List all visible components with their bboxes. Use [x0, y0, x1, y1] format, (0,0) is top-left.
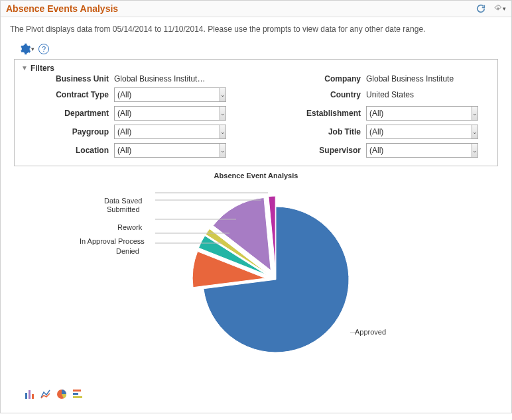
chevron-down-icon: ▾ [503, 5, 506, 12]
label-supervisor: Supervisor [287, 146, 366, 155]
chevron-down-icon: ⌄ [472, 147, 478, 154]
select-supervisor[interactable]: ⌄ [366, 143, 466, 158]
label-approved: Approved [355, 328, 386, 336]
select-job-title[interactable]: ⌄ [366, 125, 466, 139]
pie-svg [137, 184, 375, 369]
pie-chart-icon[interactable] [56, 389, 67, 399]
panel-header: Absence Events Analysis ▾ [1, 1, 511, 17]
chevron-down-icon: ▾ [31, 46, 34, 52]
pie-chart: Approved Denied In Approval Process Rewo… [10, 184, 502, 376]
label-paygroup: Paygroup [21, 127, 114, 136]
panel-title: Absence Events Analysis [6, 3, 476, 14]
chart-title: Absence Event Analysis [10, 172, 502, 180]
chart-type-toolbar [10, 389, 502, 399]
chevron-down-icon: ⌄ [472, 110, 478, 117]
line-chart-icon[interactable] [40, 389, 51, 399]
select-job-title-input[interactable] [366, 125, 472, 139]
select-contract-type-button[interactable]: ⌄ [220, 87, 226, 102]
select-supervisor-button[interactable]: ⌄ [472, 143, 478, 158]
bar-chart-icon[interactable] [25, 389, 35, 399]
label-contract-type: Contract Type [21, 90, 114, 99]
select-paygroup-input[interactable] [114, 125, 220, 139]
select-supervisor-input[interactable] [366, 143, 472, 158]
select-contract-type[interactable]: ⌄ [114, 87, 214, 102]
chevron-down-icon: ⌄ [220, 129, 225, 135]
label-submitted: Submitted [107, 205, 140, 213]
select-establishment-button[interactable]: ⌄ [472, 106, 478, 121]
select-job-title-button[interactable]: ⌄ [472, 125, 478, 139]
filters-header: ▼ Filters [21, 64, 491, 73]
label-in-approval: In Approval Process [80, 237, 145, 245]
horizontal-bar-chart-icon[interactable] [72, 389, 83, 399]
filters-title: Filters [31, 64, 54, 73]
description-text: The Pivot displays data from 05/14/2014 … [10, 24, 502, 35]
select-paygroup[interactable]: ⌄ [114, 125, 214, 139]
label-data-saved: Data Saved [104, 197, 142, 205]
svg-rect-2 [29, 390, 31, 399]
select-department[interactable]: ⌄ [114, 106, 214, 121]
chart-area: Absence Event Analysis Approved Denied I… [10, 172, 502, 384]
svg-rect-5 [73, 390, 81, 392]
select-establishment[interactable]: ⌄ [366, 106, 466, 121]
panel-body: The Pivot displays data from 05/14/2014 … [1, 17, 511, 413]
label-job-title: Job Title [287, 127, 366, 136]
label-rework: Rework [117, 223, 142, 231]
select-location-button[interactable]: ⌄ [220, 143, 226, 158]
svg-rect-7 [73, 396, 82, 398]
select-location[interactable]: ⌄ [114, 143, 214, 158]
svg-rect-1 [25, 393, 27, 399]
absence-events-panel: Absence Events Analysis ▾ The Pivot disp… [0, 0, 512, 413]
label-department: Department [21, 109, 114, 118]
chevron-down-icon: ⌄ [220, 110, 225, 117]
select-location-input[interactable] [114, 143, 220, 158]
svg-rect-6 [73, 393, 78, 395]
label-country: Country [287, 90, 366, 99]
header-icons: ▾ [476, 4, 506, 13]
help-icon[interactable]: ? [38, 44, 49, 54]
label-denied: Denied [116, 247, 139, 255]
label-establishment: Establishment [287, 109, 366, 118]
gear-menu-button[interactable]: ▾ [19, 43, 34, 55]
chevron-down-icon: ⌄ [472, 129, 478, 135]
select-paygroup-button[interactable]: ⌄ [220, 125, 226, 139]
select-department-input[interactable] [114, 106, 220, 121]
select-department-button[interactable]: ⌄ [220, 106, 226, 121]
toolbar: ▾ ? [10, 43, 502, 55]
value-company: Global Business Institute [366, 74, 485, 83]
label-location: Location [21, 146, 114, 155]
select-establishment-input[interactable] [366, 106, 472, 121]
value-country: United States [366, 90, 485, 99]
select-contract-type-input[interactable] [114, 87, 220, 102]
filters-grid: Business Unit Global Business Institut… … [21, 74, 491, 158]
refresh-icon[interactable] [476, 4, 485, 13]
settings-menu-icon[interactable]: ▾ [493, 4, 506, 13]
chevron-down-icon: ⌄ [220, 147, 225, 154]
label-business-unit: Business Unit [21, 74, 114, 83]
label-company: Company [287, 74, 366, 83]
disclosure-toggle-icon[interactable]: ▼ [21, 64, 28, 72]
value-business-unit: Global Business Institut… [114, 74, 220, 83]
svg-rect-3 [32, 394, 34, 399]
chevron-down-icon: ⌄ [220, 91, 225, 98]
filters-box: ▼ Filters Business Unit Global Business … [14, 59, 498, 166]
